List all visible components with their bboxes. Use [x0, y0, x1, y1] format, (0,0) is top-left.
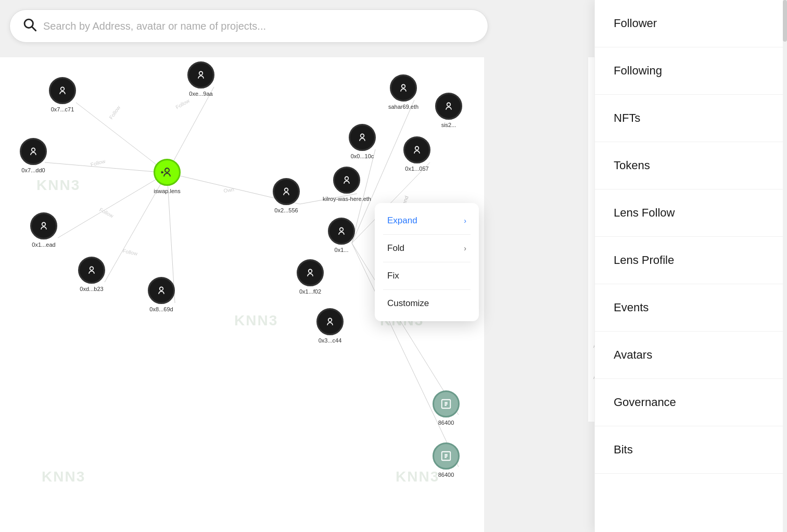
right-panel-item-lens-profile[interactable]: Lens Profile [595, 237, 787, 284]
search-icon [22, 17, 37, 35]
svg-point-34 [285, 188, 288, 192]
svg-text:Own: Own [223, 186, 235, 194]
svg-text:Follow: Follow [108, 105, 122, 121]
svg-text:Follow: Follow [98, 207, 115, 219]
svg-point-28 [61, 87, 65, 91]
fold-chevron-icon: › [464, 244, 466, 252]
node-0x1ead[interactable]: 0x1...ead [30, 212, 57, 248]
node-0x869d[interactable]: 0x8...69d [148, 277, 175, 312]
svg-point-24 [165, 168, 169, 172]
node-sis2[interactable]: sis2... [435, 93, 462, 128]
node-0x1ead-label: 0x1...ead [32, 242, 55, 248]
node-0xdb23[interactable]: 0xd...b23 [78, 257, 105, 292]
right-panel-bits-label: Bits [614, 443, 633, 457]
svg-point-39 [402, 84, 405, 88]
expand-chevron-icon: › [464, 217, 466, 225]
right-panel-item-avatars[interactable]: Avatars [595, 332, 787, 379]
right-panel-item-bits[interactable]: Bits [595, 426, 787, 474]
context-menu-expand[interactable]: Expand › [375, 207, 479, 234]
node-0x1-label: 0x1... [335, 247, 349, 253]
node-86400-1[interactable]: 86400 [433, 390, 460, 426]
search-bar[interactable]: Search by Address, avatar or name of pro… [9, 9, 488, 43]
right-panel: Follower Following NFTs Tokens Lens Foll… [594, 0, 787, 532]
svg-point-40 [447, 103, 451, 106]
node-0x1f02[interactable]: 0x1...f02 [297, 259, 324, 295]
right-panel-item-lens-follow[interactable]: Lens Follow [595, 189, 787, 237]
node-0x7dd0[interactable]: 0x7...dd0 [20, 138, 47, 173]
right-panel-events-label: Events [614, 301, 649, 314]
right-panel-item-tokens[interactable]: Tokens [595, 142, 787, 189]
search-placeholder: Search by Address, avatar or name of pro… [43, 20, 266, 32]
node-sahar[interactable]: sahar69.eth [388, 74, 418, 110]
svg-text:Follow: Follow [175, 97, 191, 110]
context-menu-fold[interactable]: Fold › [375, 235, 479, 262]
node-0xe9aa-label: 0xe...9aa [189, 91, 212, 97]
node-0x010c[interactable]: 0x0...10c [349, 124, 376, 159]
svg-point-31 [90, 267, 94, 270]
right-panel-lens-profile-label: Lens Profile [614, 254, 674, 267]
node-0x2556-label: 0x2...556 [274, 207, 298, 213]
watermark-knn3-1: KNN3 [36, 177, 80, 194]
svg-point-38 [345, 176, 349, 180]
svg-line-1 [32, 27, 36, 30]
node-0xe9aa[interactable]: 0xe...9aa [187, 61, 214, 97]
svg-point-37 [328, 318, 332, 322]
node-0x3c44-label: 0x3...c44 [319, 337, 342, 344]
svg-point-30 [42, 222, 46, 226]
node-0x1057[interactable]: 0x1...057 [403, 136, 430, 172]
node-0x2556[interactable]: 0x2...556 [273, 178, 300, 213]
right-panel-item-events[interactable]: Events [595, 284, 787, 332]
node-0xdb23-label: 0xd...b23 [80, 286, 103, 292]
node-86400-2-label: 86400 [438, 472, 454, 478]
right-panel-follower-label: Follower [614, 17, 657, 30]
node-0x7dd0-label: 0x7...dd0 [21, 167, 45, 173]
right-panel-governance-label: Governance [614, 396, 676, 409]
node-0x1[interactable]: 0x1... [328, 218, 355, 253]
right-panel-nfts-label: NFTs [614, 111, 640, 125]
node-kilroy[interactable]: kilroy-was-here.eth [323, 167, 371, 202]
svg-text:Follow: Follow [122, 248, 138, 257]
node-86400-2[interactable]: 86400 [433, 442, 460, 478]
context-menu-customize[interactable]: Customize [375, 290, 479, 317]
right-panel-avatars-label: Avatars [614, 348, 652, 362]
svg-point-36 [309, 269, 312, 273]
node-sahar-label: sahar69.eth [388, 104, 418, 110]
right-panel-item-follower[interactable]: Follower [595, 0, 787, 47]
node-0x3c44[interactable]: 0x3...c44 [316, 308, 344, 344]
right-panel-following-label: Following [614, 64, 662, 78]
right-panel-item-nfts[interactable]: NFTs [595, 95, 787, 142]
watermark-knn3-2: KNN3 [234, 312, 278, 329]
node-0x7c71-label: 0x7...c71 [51, 106, 74, 112]
right-panel-item-governance[interactable]: Governance [595, 379, 787, 426]
right-panel-tokens-label: Tokens [614, 159, 650, 172]
right-panel-lens-follow-label: Lens Follow [614, 206, 675, 220]
right-panel-item-following[interactable]: Following [595, 47, 787, 95]
svg-line-4 [58, 173, 167, 238]
svg-point-33 [199, 71, 203, 75]
svg-point-32 [160, 287, 163, 290]
svg-text:Follow: Follow [90, 158, 107, 168]
node-iswap[interactable]: iswap.lens [154, 159, 181, 194]
node-iswap-label: iswap.lens [154, 188, 180, 194]
node-0x1057-label: 0x1...057 [405, 166, 428, 172]
context-menu-fix-label: Fix [387, 271, 399, 281]
scroll-bar[interactable] [783, 0, 787, 532]
context-menu-fix[interactable]: Fix [375, 262, 479, 289]
node-86400-1-label: 86400 [438, 420, 454, 426]
node-0x010c-label: 0x0...10c [351, 153, 374, 159]
svg-line-27 [161, 172, 162, 173]
svg-point-41 [361, 134, 364, 137]
watermark-knn3-4: KNN3 [42, 468, 85, 485]
svg-point-35 [340, 227, 344, 231]
context-menu-expand-label: Expand [387, 216, 417, 226]
node-0x7c71[interactable]: 0x7...c71 [49, 77, 76, 112]
context-menu-fold-label: Fold [387, 243, 404, 254]
context-menu-customize-label: Customize [387, 298, 429, 309]
svg-point-29 [32, 148, 35, 151]
svg-point-42 [415, 146, 419, 150]
context-menu: Expand › Fold › Fix Customize [375, 203, 479, 321]
node-kilroy-label: kilroy-was-here.eth [323, 196, 371, 202]
scroll-thumb[interactable] [783, 0, 787, 42]
node-0x1f02-label: 0x1...f02 [299, 288, 321, 295]
node-sis2-label: sis2... [441, 122, 456, 128]
